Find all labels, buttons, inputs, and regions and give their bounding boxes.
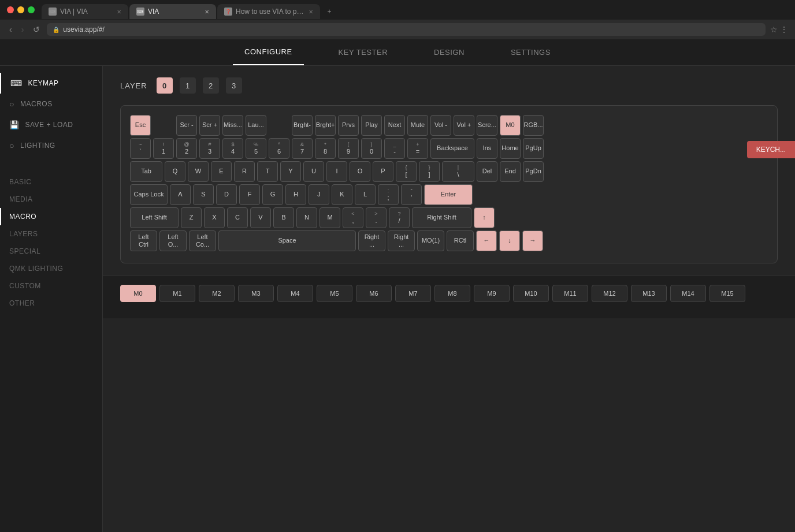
- key-rbracket[interactable]: }]: [419, 161, 440, 182]
- key-4[interactable]: $4: [222, 138, 243, 159]
- cat-other[interactable]: OTHER: [0, 295, 102, 312]
- picker-m4[interactable]: M4: [277, 285, 313, 302]
- key-pgup[interactable]: PgUp: [523, 138, 544, 159]
- tab-via-1[interactable]: ⌨ VIA | VIA ✕: [42, 4, 128, 19]
- key-c[interactable]: C: [227, 207, 248, 228]
- key-play[interactable]: Play: [361, 115, 382, 136]
- key-scr-plus[interactable]: Scr +: [199, 115, 220, 136]
- key-9[interactable]: (9: [338, 138, 359, 159]
- key-m0-fn[interactable]: M0: [500, 115, 521, 136]
- key-slash[interactable]: ?/: [389, 207, 410, 228]
- tab-close-2[interactable]: ✕: [205, 9, 209, 15]
- key-right-fn[interactable]: Right ...: [388, 230, 415, 251]
- picker-m0[interactable]: M0: [120, 285, 156, 302]
- key-lau[interactable]: Lau...: [246, 115, 266, 136]
- cat-qmk-lighting[interactable]: QMK LIGHTING: [0, 260, 102, 277]
- key-caps-lock[interactable]: Caps Lock: [130, 184, 168, 205]
- key-brght-minus[interactable]: Brght-: [292, 115, 313, 136]
- key-left-os[interactable]: Left O...: [159, 230, 187, 251]
- key-7[interactable]: &7: [292, 138, 313, 159]
- picker-m11[interactable]: M11: [552, 285, 588, 302]
- tab-close-3[interactable]: ✕: [309, 9, 313, 15]
- picker-m2[interactable]: M2: [199, 285, 235, 302]
- key-period[interactable]: >.: [366, 207, 387, 228]
- key-scr-minus[interactable]: Scr -: [176, 115, 197, 136]
- key-end[interactable]: End: [500, 161, 521, 182]
- nav-key-tester[interactable]: KEY TESTER: [327, 40, 399, 65]
- key-minus[interactable]: _-: [384, 138, 405, 159]
- key-ins[interactable]: Ins: [477, 138, 497, 159]
- key-b[interactable]: B: [273, 207, 294, 228]
- layer-btn-1[interactable]: 1: [180, 77, 196, 94]
- cat-media[interactable]: MEDIA: [0, 191, 102, 208]
- picker-m7[interactable]: M7: [395, 285, 431, 302]
- key-e[interactable]: E: [211, 161, 232, 182]
- tab-close-1[interactable]: ✕: [117, 9, 121, 15]
- close-button[interactable]: [7, 6, 14, 13]
- key-mo1[interactable]: MO(1): [417, 230, 444, 251]
- key-vol-minus[interactable]: Vol -: [430, 115, 451, 136]
- key-left-shift[interactable]: Left Shift: [130, 207, 179, 228]
- key-k[interactable]: K: [332, 184, 352, 205]
- keych-button[interactable]: KEYCH...: [747, 141, 795, 158]
- key-backspace[interactable]: Backspace: [430, 138, 474, 159]
- key-w[interactable]: W: [188, 161, 209, 182]
- cat-macro[interactable]: MACRO: [0, 208, 102, 225]
- cat-basic[interactable]: BASIC: [0, 173, 102, 191]
- key-backslash[interactable]: |\: [442, 161, 474, 182]
- key-3[interactable]: #3: [199, 138, 220, 159]
- key-del[interactable]: Del: [477, 161, 497, 182]
- layer-btn-3[interactable]: 3: [226, 77, 242, 94]
- key-6[interactable]: ^6: [269, 138, 289, 159]
- key-0[interactable]: )0: [361, 138, 382, 159]
- key-v[interactable]: V: [250, 207, 271, 228]
- key-i[interactable]: I: [326, 161, 347, 182]
- key-rgb[interactable]: RGB...: [523, 115, 544, 136]
- key-up[interactable]: ↑: [474, 207, 495, 228]
- key-next[interactable]: Next: [384, 115, 405, 136]
- key-right-shift[interactable]: Right Shift: [412, 207, 471, 228]
- key-quote[interactable]: "': [401, 184, 422, 205]
- sidebar-item-lighting[interactable]: ○ LIGHTING: [0, 135, 102, 156]
- key-esc[interactable]: Esc: [130, 115, 151, 136]
- cat-special[interactable]: SPECIAL: [0, 243, 102, 260]
- sidebar-item-save-load[interactable]: 💾 SAVE + LOAD: [0, 114, 102, 135]
- key-1[interactable]: !1: [153, 138, 174, 159]
- key-2[interactable]: @2: [176, 138, 197, 159]
- picker-m10[interactable]: M10: [513, 285, 549, 302]
- key-lbracket[interactable]: {[: [396, 161, 417, 182]
- key-rctl[interactable]: RCtl: [447, 230, 474, 251]
- key-t[interactable]: T: [257, 161, 278, 182]
- key-8[interactable]: *8: [315, 138, 336, 159]
- key-left-ctrl[interactable]: Left Ctrl: [130, 230, 157, 251]
- layer-btn-0[interactable]: 0: [157, 77, 173, 94]
- cat-custom[interactable]: CUSTOM: [0, 277, 102, 295]
- tab-howto[interactable]: ❓ How to use VIA to program yo... ✕: [217, 4, 320, 19]
- key-left[interactable]: ←: [476, 230, 497, 251]
- key-a[interactable]: A: [170, 184, 191, 205]
- key-down[interactable]: ↓: [499, 230, 520, 251]
- address-bar[interactable]: 🔒 usevia.app/#/: [47, 23, 766, 36]
- key-f[interactable]: F: [239, 184, 260, 205]
- key-right-alt[interactable]: Right ...: [358, 230, 385, 251]
- key-comma[interactable]: <,: [343, 207, 363, 228]
- tab-via-2[interactable]: ⌨ VIA ✕: [129, 4, 216, 19]
- nav-design[interactable]: DESIGN: [422, 40, 476, 65]
- key-u[interactable]: U: [303, 161, 324, 182]
- key-m[interactable]: M: [320, 207, 340, 228]
- picker-m5[interactable]: M5: [317, 285, 352, 302]
- picker-m13[interactable]: M13: [631, 285, 667, 302]
- reload-button[interactable]: ↺: [31, 24, 42, 35]
- picker-m9[interactable]: M9: [474, 285, 510, 302]
- key-h[interactable]: H: [285, 184, 306, 205]
- maximize-button[interactable]: [28, 6, 35, 13]
- cat-layers[interactable]: LAYERS: [0, 225, 102, 243]
- nav-settings[interactable]: SETTINGS: [499, 40, 562, 65]
- key-equals[interactable]: +=: [407, 138, 428, 159]
- key-g[interactable]: G: [262, 184, 283, 205]
- key-y[interactable]: Y: [280, 161, 301, 182]
- key-pgdn[interactable]: PgDn: [523, 161, 544, 182]
- key-mute[interactable]: Mute: [407, 115, 428, 136]
- extensions-icon[interactable]: ⋮: [780, 25, 788, 34]
- key-prev[interactable]: Prvs: [338, 115, 359, 136]
